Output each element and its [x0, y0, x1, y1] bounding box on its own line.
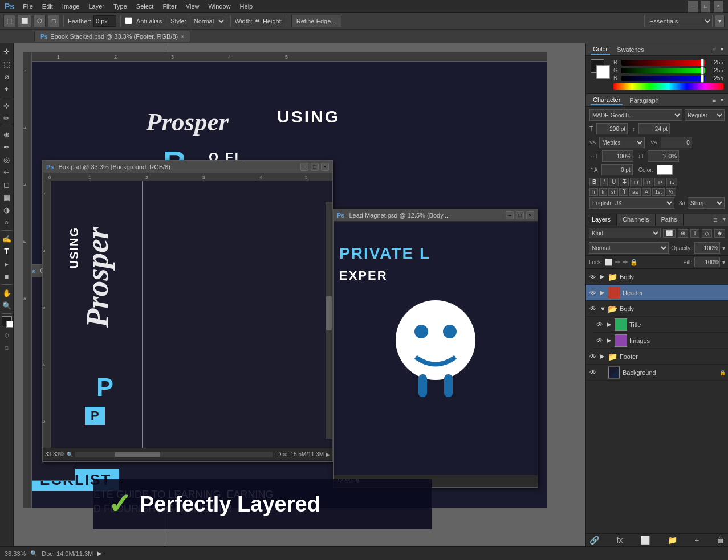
b-slider[interactable] [621, 76, 705, 81]
float-lm-close[interactable]: × [526, 211, 534, 219]
char-panel-collapse-icon[interactable]: ▾ [721, 97, 723, 103]
crop-tool[interactable]: ⊹ [1, 100, 13, 111]
float-box-scrollbar-v[interactable] [326, 202, 332, 439]
float-box-scroll-thumb-v[interactable] [326, 296, 332, 330]
float-box-maximize[interactable]: □ [311, 163, 319, 171]
lock-image-btn[interactable]: ✏ [615, 259, 620, 266]
float-box-scroll-thumb-h[interactable] [115, 452, 160, 457]
layers-panel-collapse-icon[interactable]: ▾ [721, 214, 728, 226]
healing-tool[interactable]: ⊕ [1, 129, 13, 140]
float-box-minimize[interactable]: ─ [300, 163, 308, 171]
eyedropper-tool[interactable]: ✏ [1, 112, 13, 124]
menu-help[interactable]: Help [236, 2, 257, 11]
type-tool[interactable]: T [1, 246, 13, 257]
doc-info-arrow[interactable]: ▶ [97, 550, 102, 557]
new-group-icon[interactable]: 📁 [668, 536, 677, 545]
lock-transparent-btn[interactable]: ⬜ [605, 259, 613, 266]
kind-filter-adjust[interactable]: ⊕ [678, 229, 688, 238]
layer-expand-header[interactable]: ▶ [600, 289, 605, 296]
layer-expand-body[interactable]: ▼ [600, 305, 605, 312]
oldstyle-btn[interactable]: st [608, 188, 618, 196]
ligature-btn[interactable]: fi [589, 188, 598, 196]
fractions-btn[interactable]: ½ [666, 188, 676, 196]
baseline-input[interactable] [601, 164, 633, 175]
tracking-select[interactable]: Metrics [599, 137, 645, 148]
magic-wand-tool[interactable]: ✦ [1, 83, 13, 95]
font-style-select[interactable]: Regular [685, 109, 725, 121]
float-box-scrollbar-h[interactable] [75, 452, 273, 457]
history-tool[interactable]: ↩ [1, 166, 13, 178]
kerning-input[interactable] [661, 137, 692, 148]
layer-expand-body-top[interactable]: ▶ [600, 273, 605, 280]
fill-input[interactable] [694, 257, 720, 267]
tab-close-icon[interactable]: × [181, 34, 184, 40]
contextual-btn[interactable]: 1st [652, 188, 665, 196]
marquee-btn4[interactable]: ◻ [48, 15, 59, 27]
layer-eye-header[interactable]: 👁 [588, 288, 597, 297]
color-tab[interactable]: Color [591, 44, 610, 55]
discretionary-btn[interactable]: ﬁ [599, 188, 608, 196]
menu-type[interactable]: Type [109, 2, 131, 11]
kind-filter-smart[interactable]: ★ [714, 229, 725, 238]
hand-tool[interactable]: ✋ [1, 287, 13, 299]
pen-tool[interactable]: ✍ [1, 233, 13, 244]
color-panel-collapse-icon[interactable]: ▾ [721, 46, 723, 52]
foreground-color[interactable] [2, 316, 12, 326]
workspace-select[interactable]: Essentials [644, 15, 713, 27]
menu-file[interactable]: File [19, 2, 37, 11]
close-button[interactable]: × [713, 0, 723, 13]
underline-btn[interactable]: U [609, 178, 619, 186]
maximize-button[interactable]: □ [701, 0, 711, 13]
char-panel-menu-icon[interactable]: ≡ [712, 96, 716, 104]
allcaps-btn[interactable]: TT [630, 178, 642, 186]
r-slider[interactable] [621, 60, 705, 66]
add-mask-icon[interactable]: ⬜ [640, 536, 650, 545]
blend-mode-select[interactable]: Normal [589, 242, 669, 254]
layer-expand-title[interactable]: ▶ [607, 321, 612, 328]
layer-eye-body-top[interactable]: 👁 [588, 272, 597, 281]
kind-filter-shape[interactable]: ◇ [702, 229, 712, 238]
screen-mode-tool[interactable]: □ [1, 342, 13, 354]
layer-body[interactable]: 👁 ▼ 📂 Body [586, 301, 728, 317]
delete-layer-icon[interactable]: 🗑 [717, 536, 725, 545]
subscript-btn[interactable]: T₁ [666, 178, 678, 186]
menu-filter[interactable]: Filter [158, 2, 180, 11]
marquee-btn1[interactable]: ⬚ [3, 15, 15, 27]
g-slider[interactable] [621, 68, 705, 73]
paths-tab[interactable]: Paths [656, 214, 684, 226]
scale-h-input[interactable] [602, 150, 633, 162]
kind-select[interactable]: Kind [589, 228, 661, 238]
lock-position-btn[interactable]: ✛ [623, 259, 628, 266]
float-box-close[interactable]: × [321, 163, 329, 171]
workspace-arrow[interactable]: ▾ [715, 15, 725, 27]
menu-view[interactable]: View [182, 2, 204, 11]
feather-input[interactable] [93, 15, 116, 27]
move-tool[interactable]: ✛ [1, 46, 13, 57]
opacity-arrow-icon[interactable]: ▾ [722, 245, 725, 251]
bold-btn[interactable]: B [589, 178, 599, 186]
titling-btn[interactable]: A [642, 188, 651, 196]
anti-alias-checkbox[interactable] [125, 17, 132, 24]
fill-arrow-icon[interactable]: ▾ [722, 259, 725, 265]
layer-expand-footer[interactable]: ▶ [600, 353, 605, 360]
layer-header[interactable]: 👁 ▶ Header [586, 285, 728, 301]
layer-eye-title[interactable]: 👁 [595, 320, 604, 329]
style-select[interactable]: Normal [189, 15, 226, 27]
swash-btn[interactable]: aa [629, 188, 641, 196]
kind-filter-pixel[interactable]: ⬜ [663, 229, 676, 238]
minimize-button[interactable]: ─ [688, 0, 698, 13]
layer-eye-background[interactable]: 👁 [588, 368, 597, 377]
shape-tool[interactable]: ■ [1, 271, 13, 282]
menu-edit[interactable]: Edit [38, 2, 57, 11]
eraser-tool[interactable]: ◻ [1, 179, 13, 190]
layer-expand-images[interactable]: ▶ [607, 337, 612, 344]
smallcaps-btn[interactable]: Tt [643, 178, 653, 186]
link-layers-icon[interactable]: 🔗 [589, 536, 599, 545]
text-color-swatch[interactable] [657, 165, 673, 175]
color-panel-menu-icon[interactable]: ≡ [712, 46, 716, 54]
font-family-select[interactable]: MADE GoodTi... [589, 109, 682, 121]
brush-tool[interactable]: ✒ [1, 141, 13, 153]
strikethrough-btn[interactable]: T [620, 178, 629, 186]
gradient-tool[interactable]: ▦ [1, 191, 13, 203]
layer-title[interactable]: 👁 ▶ Title [593, 317, 728, 333]
